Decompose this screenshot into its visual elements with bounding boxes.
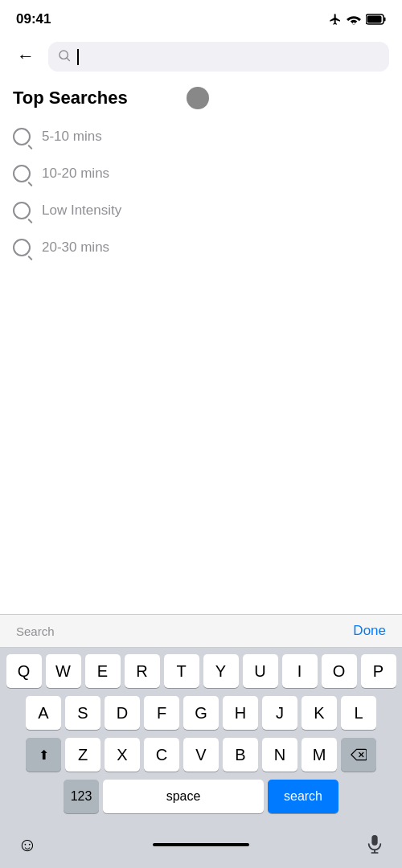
backspace-key[interactable] bbox=[341, 738, 376, 772]
status-icons bbox=[329, 13, 386, 26]
key-p[interactable]: P bbox=[361, 654, 396, 688]
emoji-icon: ☺ bbox=[18, 833, 38, 856]
key-w[interactable]: W bbox=[46, 654, 81, 688]
search-item-label: 20-30 mins bbox=[42, 240, 109, 256]
key-e[interactable]: E bbox=[85, 654, 121, 688]
search-input[interactable] bbox=[77, 48, 379, 65]
mic-key[interactable] bbox=[357, 828, 392, 862]
search-item-icon bbox=[13, 202, 31, 219]
keyboard-row-3: ⬆ Z X C V B N M bbox=[2, 738, 400, 772]
key-g[interactable]: G bbox=[183, 696, 219, 730]
key-a[interactable]: A bbox=[26, 696, 61, 730]
key-j[interactable]: J bbox=[262, 696, 297, 730]
key-q[interactable]: Q bbox=[6, 654, 42, 688]
list-item[interactable]: 20-30 mins bbox=[13, 229, 389, 266]
drag-handle[interactable] bbox=[187, 87, 209, 109]
back-button[interactable]: ← bbox=[13, 43, 39, 69]
keyboard-toolbar: Search Done bbox=[0, 614, 402, 648]
search-item-icon bbox=[13, 165, 31, 182]
done-button[interactable]: Done bbox=[353, 623, 386, 639]
key-o[interactable]: O bbox=[322, 654, 357, 688]
key-u[interactable]: U bbox=[243, 654, 278, 688]
key-k[interactable]: K bbox=[302, 696, 337, 730]
key-s[interactable]: S bbox=[65, 696, 100, 730]
search-icon bbox=[58, 49, 71, 64]
search-item-label: 10-20 mins bbox=[42, 166, 109, 182]
airplane-icon bbox=[329, 13, 342, 26]
key-m[interactable]: M bbox=[302, 738, 337, 772]
key-h[interactable]: H bbox=[223, 696, 258, 730]
shift-key[interactable]: ⬆ bbox=[26, 738, 61, 772]
keyboard-bottom: ☺ bbox=[0, 825, 402, 868]
key-v[interactable]: V bbox=[183, 738, 219, 772]
key-y[interactable]: Y bbox=[203, 654, 239, 688]
list-item[interactable]: Low Intensity bbox=[13, 192, 389, 229]
wifi-icon bbox=[347, 14, 361, 25]
toolbar-search-label: Search bbox=[16, 624, 55, 638]
list-item[interactable]: 5-10 mins bbox=[13, 118, 389, 155]
numbers-key[interactable]: 123 bbox=[64, 780, 99, 813]
status-time: 09:41 bbox=[16, 11, 51, 27]
key-l[interactable]: L bbox=[341, 696, 376, 730]
search-bar[interactable] bbox=[48, 42, 389, 72]
key-d[interactable]: D bbox=[105, 696, 140, 730]
key-r[interactable]: R bbox=[125, 654, 160, 688]
key-b[interactable]: B bbox=[223, 738, 258, 772]
search-item-icon bbox=[13, 239, 31, 256]
search-header: ← bbox=[0, 35, 402, 81]
status-bar: 09:41 bbox=[0, 0, 402, 35]
search-item-label: 5-10 mins bbox=[42, 129, 102, 145]
svg-rect-2 bbox=[367, 16, 382, 23]
svg-rect-7 bbox=[371, 835, 377, 845]
search-key[interactable]: search bbox=[268, 780, 338, 813]
emoji-key[interactable]: ☺ bbox=[10, 828, 45, 862]
key-i[interactable]: I bbox=[282, 654, 318, 688]
key-t[interactable]: T bbox=[164, 654, 199, 688]
home-indicator bbox=[45, 843, 357, 846]
key-c[interactable]: C bbox=[144, 738, 179, 772]
key-n[interactable]: N bbox=[262, 738, 297, 772]
key-z[interactable]: Z bbox=[65, 738, 100, 772]
mic-icon bbox=[366, 834, 384, 855]
svg-line-4 bbox=[67, 58, 69, 60]
space-key[interactable]: space bbox=[103, 780, 264, 813]
key-f[interactable]: F bbox=[144, 696, 179, 730]
keyboard-area: Search Done Q W E R T Y U I O P A S D F … bbox=[0, 614, 402, 868]
key-x[interactable]: X bbox=[105, 738, 140, 772]
list-item[interactable]: 10-20 mins bbox=[13, 155, 389, 192]
keyboard-row-1: Q W E R T Y U I O P bbox=[2, 654, 400, 688]
svg-rect-1 bbox=[384, 18, 386, 22]
search-item-label: Low Intensity bbox=[42, 203, 121, 219]
home-bar bbox=[153, 843, 249, 846]
search-item-icon bbox=[13, 128, 31, 145]
keyboard-row-4: 123 space search bbox=[2, 780, 400, 813]
back-arrow-icon: ← bbox=[17, 46, 35, 67]
keyboard: Q W E R T Y U I O P A S D F G H J K L ⬆ … bbox=[0, 648, 402, 825]
keyboard-row-2: A S D F G H J K L bbox=[2, 696, 400, 730]
battery-icon bbox=[366, 14, 386, 25]
text-cursor bbox=[77, 49, 79, 65]
